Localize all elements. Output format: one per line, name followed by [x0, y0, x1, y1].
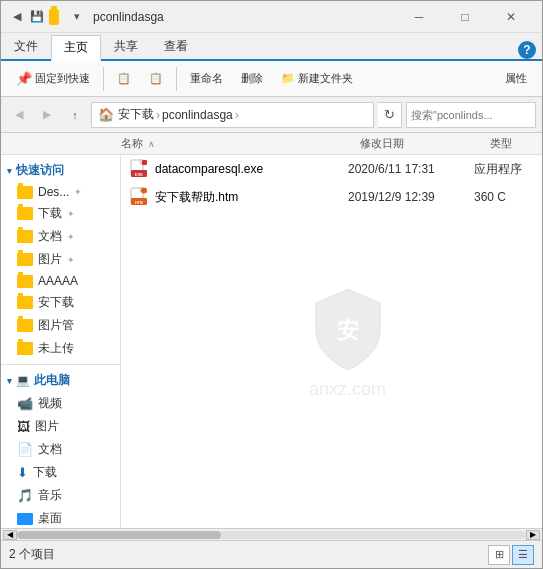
computer-icon: 💻: [16, 374, 30, 387]
scroll-left-button[interactable]: ◀: [3, 530, 17, 540]
sidebar-item-pictures[interactable]: 图片 ✦: [1, 248, 120, 271]
sidebar-item-label-pc-desktop: 桌面: [38, 510, 62, 527]
tab-file[interactable]: 文件: [1, 33, 51, 59]
view-buttons: ⊞ ☰: [488, 545, 534, 565]
sidebar-item-anxz[interactable]: 安下载: [1, 291, 120, 314]
sidebar-item-pc-desktop[interactable]: 桌面: [1, 507, 120, 528]
svg-rect-5: [142, 160, 147, 165]
col-header-name[interactable]: 名称 ∧: [121, 136, 352, 151]
scroll-right-button[interactable]: ▶: [526, 530, 540, 540]
watermark-text: anxz.com: [309, 378, 386, 399]
pictures-icon: 🖼: [17, 419, 30, 434]
help-button[interactable]: ?: [518, 41, 536, 59]
column-headers: 名称 ∧ 修改日期 类型: [1, 133, 542, 155]
sidebar-item-aaaaa[interactable]: AAAAA: [1, 271, 120, 291]
search-box: 🔍: [406, 102, 536, 128]
minimize-button[interactable]: ─: [396, 1, 442, 33]
status-bar: 2 个项目 ⊞ ☰: [1, 540, 542, 568]
search-input[interactable]: [411, 109, 543, 121]
address-current: pconlindasga: [162, 108, 233, 122]
maximize-button[interactable]: □: [442, 1, 488, 33]
sidebar-item-label-aaaaa: AAAAA: [38, 274, 78, 288]
window-title: pconlindasga: [93, 10, 396, 24]
sidebar-item-pc-pictures[interactable]: 🖼 图片: [1, 415, 120, 438]
rename-button[interactable]: 重命名: [183, 65, 230, 93]
tab-view[interactable]: 查看: [151, 33, 201, 59]
sidebar-quick-access-label: 快速访问: [16, 162, 64, 179]
properties-button[interactable]: 属性: [498, 65, 534, 93]
col-header-modified[interactable]: 修改日期: [352, 136, 482, 151]
col-header-type[interactable]: 类型: [482, 136, 542, 151]
file-type-htm: 360 C: [474, 190, 534, 204]
ribbon-separator-2: [176, 67, 177, 91]
exe-file-icon: EXE: [129, 159, 149, 179]
sidebar-item-pc-documents[interactable]: 📄 文档: [1, 438, 120, 461]
window-icon-save: 💾: [29, 9, 45, 25]
sidebar-section-this-pc[interactable]: ▾ 💻 此电脑: [1, 369, 120, 392]
sidebar-item-documents[interactable]: 文档 ✦: [1, 225, 120, 248]
sidebar-item-label-pc-downloads: 下载: [33, 464, 57, 481]
sidebar-item-label-desktop: Des...: [38, 185, 69, 199]
chevron-down-icon: ▾: [7, 166, 12, 176]
paste-button[interactable]: 📋: [142, 65, 170, 93]
sidebar-item-label-downloads: 下载: [38, 205, 62, 222]
watermark: 安 anxz.com: [308, 284, 388, 399]
sidebar-item-videos[interactable]: 📹 视频: [1, 392, 120, 415]
download-icon: ⬇: [17, 465, 28, 480]
folder-icon-documents: [17, 230, 33, 243]
delete-button[interactable]: 删除: [234, 65, 270, 93]
file-item-exe[interactable]: EXE datacomparesql.exe 2020/6/11 17:31 应…: [121, 155, 542, 183]
ribbon-separator-1: [103, 67, 104, 91]
forward-button[interactable]: ▶: [35, 103, 59, 127]
sidebar-item-picture-mgr[interactable]: 图片管: [1, 314, 120, 337]
view-detail-button[interactable]: ☰: [512, 545, 534, 565]
tab-share[interactable]: 共享: [101, 33, 151, 59]
back-button[interactable]: ◀: [7, 103, 31, 127]
path-separator-2: ›: [235, 108, 239, 122]
copy-button[interactable]: 📋: [110, 65, 138, 93]
title-bar: ◀ 💾 ▾ pconlindasga ─ □ ✕: [1, 1, 542, 33]
window-controls: ─ □ ✕: [396, 1, 534, 33]
pin-icon-downloads: ✦: [67, 209, 75, 219]
htm-file-icon: HTM: [129, 187, 149, 207]
refresh-button[interactable]: ↻: [378, 102, 402, 128]
file-date-htm: 2019/12/9 12:39: [348, 190, 468, 204]
copy-icon: 📋: [117, 72, 131, 85]
folder-icon-not-uploaded: [17, 342, 33, 355]
sidebar-item-label-anxz: 安下载: [38, 294, 74, 311]
horizontal-scrollbar[interactable]: ◀ ▶: [1, 528, 542, 540]
new-folder-icon: 📁: [281, 72, 295, 85]
close-button[interactable]: ✕: [488, 1, 534, 33]
sidebar-item-not-uploaded[interactable]: 未上传: [1, 337, 120, 360]
chevron-right-icon: ▾: [7, 376, 12, 386]
view-list-button[interactable]: ⊞: [488, 545, 510, 565]
sidebar-item-label-picture-mgr: 图片管: [38, 317, 74, 334]
sidebar-item-desktop[interactable]: Des... ✦: [1, 182, 120, 202]
sidebar-section-quick-access[interactable]: ▾ 快速访问: [1, 159, 120, 182]
watermark-shield-icon: 安: [308, 284, 388, 374]
music-icon: 🎵: [17, 488, 33, 503]
folder-icon-pictures: [17, 253, 33, 266]
sidebar-item-pc-downloads[interactable]: ⬇ 下载: [1, 461, 120, 484]
pin-icon: 📌: [16, 71, 32, 86]
ribbon-tabs: 文件 主页 共享 查看 ?: [1, 33, 542, 61]
hscroll-thumb[interactable]: [17, 531, 221, 539]
status-count: 2 个项目: [9, 546, 480, 563]
explorer-window: ◀ 💾 ▾ pconlindasga ─ □ ✕ 文件 主页 共享 查看 ? 📌…: [0, 0, 543, 569]
new-folder-button[interactable]: 📁 新建文件夹: [274, 65, 360, 93]
sidebar-item-music[interactable]: 🎵 音乐: [1, 484, 120, 507]
sidebar-item-downloads[interactable]: 下载 ✦: [1, 202, 120, 225]
sidebar-pc-label: 此电脑: [34, 372, 70, 389]
tab-home[interactable]: 主页: [51, 35, 101, 61]
folder-icon-anxz: [17, 296, 33, 309]
file-item-htm[interactable]: HTM 安下载帮助.htm 2019/12/9 12:39 360 C: [121, 183, 542, 211]
sidebar-item-label-not-uploaded: 未上传: [38, 340, 74, 357]
sidebar-item-label-documents: 文档: [38, 228, 62, 245]
address-home-icon: 🏠: [98, 107, 114, 122]
hscroll-track[interactable]: [17, 531, 526, 539]
folder-icon-picture-mgr: [17, 319, 33, 332]
address-path[interactable]: 🏠 安下载 › pconlindasga ›: [91, 102, 374, 128]
file-date-exe: 2020/6/11 17:31: [348, 162, 468, 176]
up-button[interactable]: ↑: [63, 103, 87, 127]
pin-quick-access-button[interactable]: 📌 固定到快速: [9, 65, 97, 93]
